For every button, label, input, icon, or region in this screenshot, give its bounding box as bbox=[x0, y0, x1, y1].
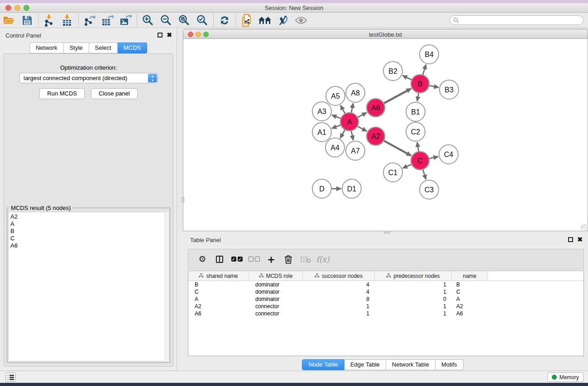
result-list-item[interactable]: A bbox=[10, 220, 168, 228]
open-folder-icon[interactable] bbox=[0, 14, 18, 27]
graph-edge[interactable] bbox=[423, 65, 426, 75]
graph-node[interactable]: B3 bbox=[440, 80, 459, 99]
table-cell[interactable]: 8 bbox=[303, 295, 375, 303]
delete-column-icon[interactable] bbox=[280, 252, 297, 267]
table-cell[interactable]: 1 bbox=[375, 310, 452, 317]
graph-edge[interactable] bbox=[423, 169, 426, 179]
result-list-item[interactable]: B bbox=[10, 228, 168, 235]
tab-network-table[interactable]: Network Table bbox=[386, 359, 435, 370]
graph-node[interactable]: B2 bbox=[383, 62, 402, 81]
zoom-selected-icon[interactable] bbox=[193, 14, 211, 27]
graph-node[interactable]: C bbox=[411, 152, 429, 170]
table-cell[interactable] bbox=[488, 281, 583, 288]
search-field[interactable] bbox=[449, 15, 583, 25]
graph-edge[interactable] bbox=[358, 113, 367, 118]
table-cell[interactable]: 4 bbox=[303, 288, 375, 295]
table-cell[interactable]: 1 bbox=[375, 303, 452, 310]
splitter-grip-vertical[interactable] bbox=[182, 197, 184, 203]
graph-edge[interactable] bbox=[332, 115, 341, 118]
graph-edge[interactable] bbox=[384, 89, 411, 104]
criterion-dropdown[interactable]: largest connected component (directed) ▲… bbox=[19, 73, 158, 83]
add-column-icon[interactable]: ＋ bbox=[263, 252, 280, 267]
tab-mcds[interactable]: MCDS bbox=[118, 43, 147, 53]
graph-node[interactable]: A6 bbox=[367, 99, 385, 117]
float-panel-icon[interactable] bbox=[568, 237, 573, 242]
table-cell[interactable]: 0 bbox=[375, 295, 452, 303]
graph-node[interactable]: C1 bbox=[383, 163, 402, 182]
close-panel-icon[interactable]: ✖ bbox=[167, 33, 172, 38]
node-table[interactable]: shared nameMCDS rolesuccessor nodesprede… bbox=[188, 271, 584, 356]
graph-node[interactable]: B4 bbox=[420, 45, 439, 64]
graph-node[interactable]: C2 bbox=[406, 122, 425, 141]
import-network-icon[interactable] bbox=[40, 14, 58, 27]
table-cell[interactable] bbox=[488, 310, 583, 317]
zoom-in-icon[interactable] bbox=[139, 14, 157, 27]
graph-node[interactable]: B1 bbox=[406, 102, 425, 121]
table-cell[interactable]: C bbox=[188, 288, 249, 295]
column-header-shared-name[interactable]: shared name bbox=[188, 271, 249, 281]
table-cell[interactable]: connector bbox=[249, 310, 303, 317]
table-cell[interactable]: A6 bbox=[452, 310, 488, 317]
graph-node[interactable]: C4 bbox=[439, 145, 458, 164]
deselect-all-icon[interactable] bbox=[245, 252, 263, 267]
tab-style[interactable]: Style bbox=[64, 43, 89, 53]
tab-edge-table[interactable]: Edge Table bbox=[344, 359, 386, 370]
table-header-row[interactable]: shared nameMCDS rolesuccessor nodesprede… bbox=[188, 271, 583, 281]
export-network-icon[interactable] bbox=[81, 14, 99, 27]
network-window-titlebar[interactable]: testGlobe.txt bbox=[183, 29, 588, 39]
result-list-item[interactable]: A2 bbox=[10, 213, 168, 220]
column-header-MCDS-role[interactable]: MCDS role bbox=[249, 271, 303, 281]
table-cell[interactable]: B bbox=[452, 281, 488, 288]
graph-node[interactable]: B bbox=[411, 75, 429, 93]
zoom-out-icon[interactable] bbox=[157, 14, 175, 27]
export-image-icon[interactable] bbox=[117, 14, 135, 27]
graph-node[interactable]: D bbox=[312, 179, 331, 198]
hide-annotations-icon[interactable] bbox=[274, 14, 292, 27]
column-header-successor-nodes[interactable]: successor nodes bbox=[303, 271, 375, 281]
select-all-icon[interactable]: ✓✓ bbox=[228, 252, 245, 267]
table-cell[interactable]: 1 bbox=[375, 288, 452, 295]
table-cell[interactable] bbox=[488, 288, 583, 295]
graph-edge[interactable] bbox=[429, 86, 439, 87]
network-graph[interactable]: B4B2BB3B1A5A8A6A3AA1A4A7A2C2CC4C1C3DD1 bbox=[183, 39, 588, 231]
eye-icon[interactable] bbox=[292, 14, 310, 27]
graph-node[interactable]: C3 bbox=[420, 180, 439, 199]
split-columns-icon[interactable] bbox=[211, 252, 228, 267]
memory-button[interactable]: Memory bbox=[547, 372, 583, 382]
save-icon[interactable] bbox=[18, 14, 36, 27]
table-cell[interactable]: dominator bbox=[249, 281, 303, 288]
graph-edge[interactable] bbox=[340, 129, 345, 138]
table-cell[interactable]: dominator bbox=[249, 295, 303, 303]
graph-edge[interactable] bbox=[384, 141, 411, 156]
graph-node[interactable]: A bbox=[340, 113, 359, 131]
graph-edge[interactable] bbox=[351, 131, 353, 140]
tab-select[interactable]: Select bbox=[89, 43, 118, 53]
home-icon[interactable] bbox=[256, 14, 274, 27]
graph-node[interactable]: A7 bbox=[346, 141, 365, 160]
table-cell[interactable]: B bbox=[188, 281, 249, 288]
table-cell[interactable]: A bbox=[452, 295, 488, 303]
function-builder-icon[interactable]: f(x) bbox=[314, 252, 331, 267]
graph-edge[interactable] bbox=[429, 157, 438, 158]
import-table-icon[interactable] bbox=[58, 14, 76, 27]
table-row[interactable]: A2connector11A2 bbox=[188, 303, 583, 310]
table-cell[interactable]: dominator bbox=[249, 288, 303, 295]
export-table-icon[interactable] bbox=[99, 14, 117, 27]
result-list-item[interactable]: C bbox=[10, 235, 168, 242]
graph-edge[interactable] bbox=[403, 164, 412, 168]
graph-node[interactable]: A1 bbox=[312, 123, 331, 142]
window-resize-grip[interactable] bbox=[581, 224, 587, 230]
network-canvas[interactable]: B4B2BB3B1A5A8A6A3AA1A4A7A2C2CC4C1C3DD1 bbox=[183, 39, 588, 231]
graph-node[interactable]: A5 bbox=[326, 86, 345, 105]
table-cell[interactable]: A bbox=[188, 295, 249, 303]
graph-edge[interactable] bbox=[340, 105, 345, 114]
result-scrollbar[interactable] bbox=[165, 212, 169, 362]
graph-edge[interactable] bbox=[417, 143, 419, 152]
graph-edge[interactable] bbox=[403, 76, 412, 80]
graph-edge[interactable] bbox=[332, 125, 341, 128]
graph-node[interactable]: A4 bbox=[325, 138, 344, 157]
table-row[interactable]: Cdominator41C bbox=[188, 288, 583, 295]
graph-node[interactable]: A3 bbox=[312, 102, 331, 121]
run-mcds-button[interactable]: Run MCDS bbox=[39, 88, 85, 99]
table-cell[interactable]: A2 bbox=[452, 303, 488, 310]
